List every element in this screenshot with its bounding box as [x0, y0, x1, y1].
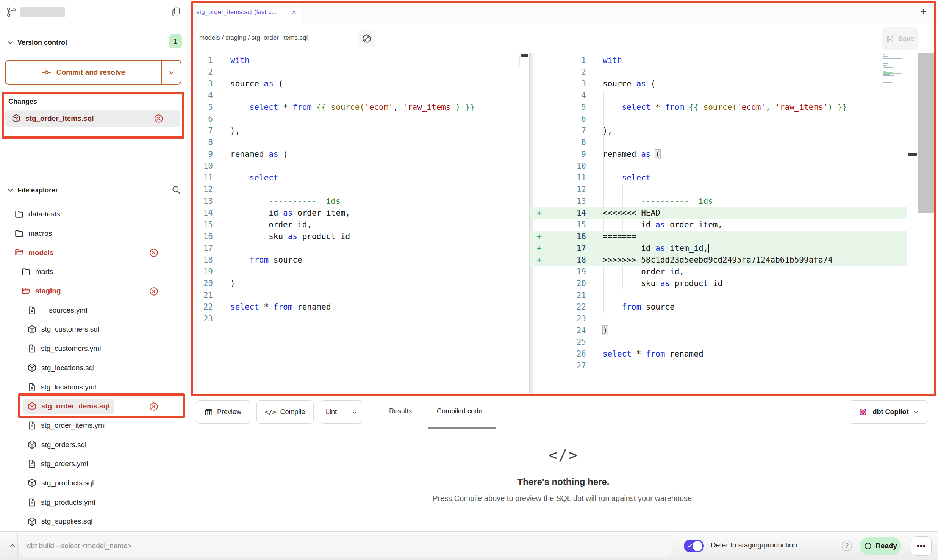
code-line[interactable]: 2 [189, 66, 520, 78]
file-tree-item-stg-order-items-yml[interactable]: stg_order_items.yml [0, 416, 188, 435]
file-tree-item-staging[interactable]: staging [0, 282, 188, 301]
code-line[interactable]: 11 select [530, 172, 907, 184]
lint-options-chevron[interactable] [347, 401, 362, 423]
copy-files-icon[interactable] [170, 6, 182, 18]
code-line[interactable]: 3source as ( [189, 78, 520, 90]
defer-toggle[interactable] [684, 540, 704, 552]
dbt-copilot-button[interactable]: dbt Copilot [849, 400, 928, 424]
changed-file-row[interactable]: stg_order_items.sql [5, 110, 180, 127]
search-icon[interactable] [171, 185, 181, 195]
code-line[interactable]: 1with [530, 55, 907, 66]
file-tree-item-stg-locations-yml[interactable]: stg_locations.yml [0, 377, 188, 397]
code-line[interactable]: 5 select * from {{ source('ecom', 'raw_i… [530, 102, 907, 113]
status-ready-badge[interactable]: Ready [860, 537, 901, 555]
code-line[interactable]: 12 [530, 184, 907, 196]
file-tree-item-marts[interactable]: marts [0, 262, 188, 282]
code-line[interactable]: 19 order_id, [530, 266, 907, 278]
code-line[interactable]: 4 [530, 90, 907, 102]
code-line[interactable]: 23 [189, 313, 520, 325]
file-tree-item-stg-locations-sql[interactable]: stg_locations.sql [0, 358, 188, 378]
file-tree-item-macros[interactable]: macros [0, 224, 188, 243]
code-line[interactable]: 22 from source [530, 301, 907, 313]
more-options-button[interactable]: ••• [911, 536, 932, 556]
file-tree-item-stg-supplies-sql[interactable]: stg_supplies.sql [0, 512, 188, 531]
file-tree-item-stg-products-sql[interactable]: stg_products.sql [0, 474, 188, 493]
file-tree-item-models[interactable]: models [0, 243, 188, 262]
code-line[interactable]: 6 [530, 113, 907, 125]
tab-close-icon[interactable]: × [292, 8, 296, 17]
code-line[interactable]: 20 sku as product_id [530, 278, 907, 289]
discard-change-icon[interactable] [154, 114, 164, 124]
compile-button[interactable]: </> Compile [256, 400, 314, 424]
tab-stg-order-items[interactable]: stg_order_items.sql (last c... × [189, 0, 302, 24]
file-explorer-header[interactable]: File explorer [0, 183, 188, 198]
file-tree-item-stg-customers-yml[interactable]: stg_customers.yml [0, 339, 188, 358]
lint-button[interactable]: Lint [320, 400, 362, 424]
code-line[interactable]: 1with [189, 55, 520, 66]
commit-options-chevron[interactable] [161, 61, 181, 84]
minimap-slider[interactable] [918, 53, 936, 213]
code-line[interactable]: +14<<<<<<< HEAD [530, 207, 907, 219]
file-tree-item-stg-customers-sql[interactable]: stg_customers.sql [0, 320, 188, 339]
code-line[interactable]: 13 ---------- ids [530, 196, 907, 207]
code-line[interactable]: 12 [189, 184, 520, 196]
code-line[interactable]: 22select * from renamed [189, 301, 520, 313]
code-line[interactable]: 20) [189, 278, 520, 289]
command-input[interactable]: dbt build --select <model_name> [20, 535, 671, 557]
help-icon[interactable]: ? [842, 541, 852, 551]
discard-change-icon[interactable] [149, 402, 159, 411]
code-line[interactable]: 26select * from renamed [530, 348, 907, 360]
code-line[interactable]: 21 [530, 289, 907, 301]
code-line[interactable]: 7), [189, 125, 520, 137]
right-scrollbar[interactable] [907, 53, 918, 396]
code-line[interactable]: 4 [189, 90, 520, 102]
left-scrollbar-thumb[interactable] [521, 54, 528, 57]
code-line[interactable]: 11 select [189, 172, 520, 184]
tab-results[interactable]: Results [389, 407, 412, 415]
discard-change-icon[interactable] [149, 248, 159, 258]
code-line[interactable]: 17 [189, 242, 520, 254]
code-line[interactable]: +18>>>>>>> 58c1dd23d5eebd9cd2495fa7124ab… [530, 254, 907, 266]
code-line[interactable]: 9renamed as ( [189, 149, 520, 160]
code-line[interactable]: 8 [530, 137, 907, 149]
code-line[interactable]: 16 sku as product_id [189, 231, 520, 242]
code-line[interactable]: 7), [530, 125, 907, 137]
code-line[interactable]: 5 select * from {{ source('ecom', 'raw_i… [189, 102, 520, 113]
save-button[interactable]: Save [882, 27, 918, 50]
version-control-header[interactable]: Version control [0, 35, 188, 50]
file-tree-item-stg-products-yml[interactable]: stg_products.yml [0, 493, 188, 512]
left-scrollbar[interactable] [520, 53, 529, 396]
code-line[interactable]: 10 [530, 160, 907, 172]
code-line[interactable]: +17 id as item_id, [530, 242, 907, 254]
right-scrollbar-thumb[interactable] [908, 153, 917, 156]
code-line[interactable]: 15 id as order_item, [530, 219, 907, 231]
discard-change-icon[interactable] [149, 286, 159, 296]
code-line[interactable]: 3source as ( [530, 78, 907, 90]
minimap[interactable] [883, 54, 904, 84]
tab-compiled-code[interactable]: Compiled code [437, 407, 482, 415]
code-line[interactable]: +16======= [530, 231, 907, 242]
code-line[interactable]: 2 [530, 66, 907, 78]
code-line[interactable]: 6 [189, 113, 520, 125]
code-line[interactable]: 8 [189, 137, 520, 149]
expand-command-icon[interactable] [8, 541, 17, 550]
file-tree-item-stg-order-items-sql[interactable]: stg_order_items.sql [0, 397, 188, 416]
file-tree-item-data-tests[interactable]: data-tests [0, 205, 188, 224]
code-line[interactable]: 14 id as order_item, [189, 207, 520, 219]
code-line[interactable]: 15 order_id, [189, 219, 520, 231]
file-tree-item-stg-orders-yml[interactable]: stg_orders.yml [0, 454, 188, 474]
code-line[interactable]: 19 [189, 266, 520, 278]
code-line[interactable]: 10 [189, 160, 520, 172]
code-line[interactable]: 18 from source [189, 254, 520, 266]
code-line[interactable]: 13 ---------- ids [189, 196, 520, 207]
code-line[interactable]: 24) [530, 325, 907, 336]
lineage-button[interactable] [358, 30, 375, 47]
preview-button[interactable]: Preview [196, 400, 250, 424]
file-tree-item--sources-yml[interactable]: __sources.yml [0, 300, 188, 320]
code-line[interactable]: 27 [530, 360, 907, 372]
code-line[interactable]: 21 [189, 289, 520, 301]
code-line[interactable]: 23 [530, 313, 907, 325]
new-tab-button[interactable]: + [920, 5, 927, 18]
commit-and-resolve-button[interactable]: Commit and resolve [5, 60, 181, 85]
code-line[interactable]: 25 [530, 336, 907, 348]
